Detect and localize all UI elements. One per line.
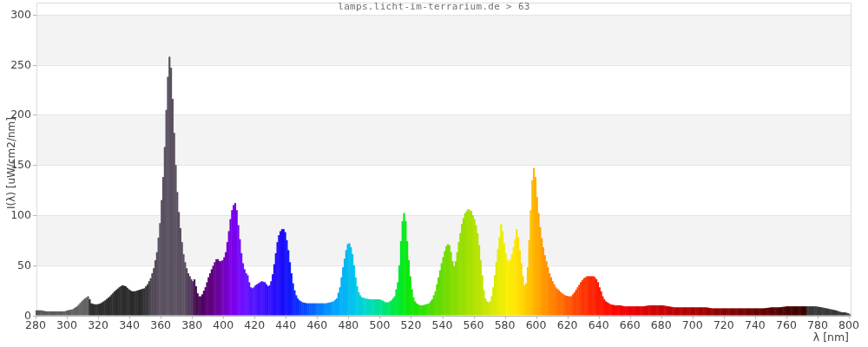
chart-title: lamps.licht-im-terrarium.de > 63 — [0, 1, 868, 12]
x-axis-unit-label: λ [nm] — [813, 331, 849, 344]
y-tick-label: 50 — [2, 259, 31, 272]
spectrum-plot-canvas — [0, 0, 868, 347]
x-tick-label: 800 — [830, 318, 868, 331]
y-tick-label: 200 — [2, 108, 31, 121]
spectrum-chart: lamps.licht-im-terrarium.de > 63 I(λ) [u… — [0, 0, 868, 347]
y-tick-label: 250 — [2, 59, 31, 71]
y-tick-label: 0 — [2, 310, 31, 322]
y-tick-label: 100 — [2, 209, 31, 221]
y-tick-label: 300 — [2, 9, 31, 21]
y-tick-label: 150 — [2, 159, 31, 171]
